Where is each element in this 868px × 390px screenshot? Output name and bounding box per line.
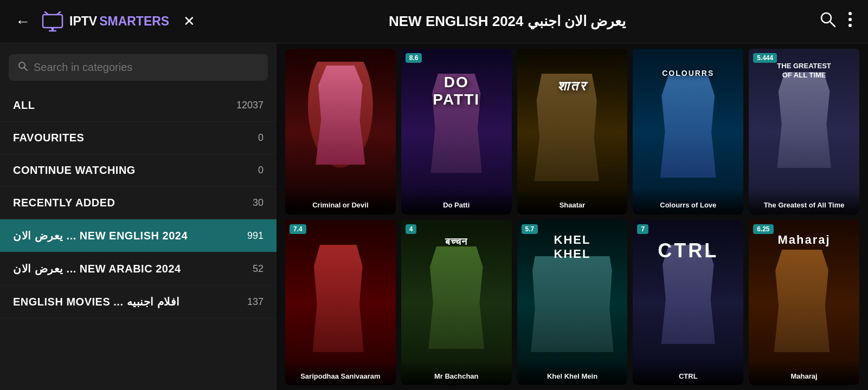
movie-card-mr-bachchan[interactable]: बच्चन 4 Mr Bachchan [401, 220, 512, 386]
page-title: يعرض الان اجنبي NEW ENGLISH 2024 [195, 13, 819, 30]
movie-card-shaatar[interactable]: शातर Shaatar [517, 49, 628, 214]
movie-title: CTRL [679, 372, 698, 380]
back-button[interactable]: ← [15, 13, 30, 30]
logo-iptv-text: IPTV [69, 14, 97, 29]
category-eng-movies-count: 137 [247, 296, 263, 308]
category-arabic-count: 52 [253, 263, 263, 275]
more-options-icon[interactable] [847, 11, 853, 32]
sidebar-item-recently-added[interactable]: RECENTLY ADDED 30 [0, 187, 277, 219]
movie-rating-badge: 7.4 [290, 224, 306, 234]
category-recent-label: RECENTLY ADDED [13, 197, 115, 209]
app-header: ← IPTV SMARTERS ✕ يعرض الان اجنبي NEW EN… [0, 0, 868, 43]
search-bar-icon [17, 61, 28, 74]
logo-smarters-text: SMARTERS [99, 14, 169, 29]
main-content: ALL 12037 FAVOURITES 0 CONTINUE WATCHING… [0, 43, 868, 390]
movie-card-khel-khel-mein[interactable]: KHELKHEL 5.7 Khel Khel Mein [517, 220, 628, 386]
category-eng-movies-label: ENGLISH MOVIES ... افلام اجنبيه [13, 295, 180, 308]
movie-card-ctrl[interactable]: CTRL 7 CTRL [633, 220, 743, 386]
movie-card-criminal-or-devil[interactable]: Criminal or Devil [285, 49, 396, 214]
movie-title: The Greatest of All Time [764, 201, 845, 209]
movie-title: Shaatar [560, 201, 586, 209]
movie-title-overlay: Maharaj [749, 360, 859, 386]
movie-rating-badge: 5.7 [522, 224, 538, 234]
movie-title: Do Patti [443, 201, 470, 209]
category-english-label: يعرض الان ... NEW ENGLISH 2024 [13, 229, 188, 242]
movies-grid: Criminal or Devil DOPATTI 8.6 Do Patti [285, 49, 859, 385]
sidebar-item-new-arabic-2024[interactable]: يعرض الان ... NEW ARABIC 2024 52 [0, 252, 277, 285]
sidebar-item-new-english-2024[interactable]: يعرض الان ... NEW ENGLISH 2024 991 [0, 219, 277, 252]
movie-title-overlay: Saripodhaa Sanivaaram [285, 360, 396, 386]
category-all-label: ALL [13, 99, 35, 112]
movie-card-maharaj[interactable]: Maharaj 6.25 Maharaj [749, 220, 859, 386]
movie-title-overlay: Shaatar [517, 189, 628, 214]
category-favourites-count: 0 [258, 132, 263, 144]
movie-rating-badge: 7 [637, 224, 648, 234]
movie-rating-badge: 8.6 [406, 53, 422, 63]
header-left: ← IPTV SMARTERS ✕ [15, 11, 195, 32]
movie-title: Saripodhaa Sanivaaram [300, 372, 380, 380]
svg-line-6 [830, 22, 835, 27]
movie-rating-badge: 5.444 [753, 53, 777, 63]
movie-title: Khel Khel Mein [547, 372, 597, 380]
search-input[interactable] [34, 61, 259, 74]
sidebar-item-continue-watching[interactable]: CONTINUE WATCHING 0 [0, 154, 277, 187]
sidebar-item-all[interactable]: ALL 12037 [0, 89, 277, 122]
header-actions [819, 11, 853, 32]
category-continue-label: CONTINUE WATCHING [13, 164, 136, 177]
movie-title-overlay: Khel Khel Mein [517, 360, 628, 386]
movie-title: Criminal or Devil [312, 201, 368, 209]
svg-point-8 [848, 18, 852, 21]
category-recent-count: 30 [253, 197, 263, 209]
category-arabic-label: يعرض الان ... NEW ARABIC 2024 [13, 262, 181, 275]
category-search-bar[interactable] [9, 54, 268, 81]
search-icon[interactable] [819, 11, 837, 32]
sidebar-item-english-movies[interactable]: ENGLISH MOVIES ... افلام اجنبيه 137 [0, 285, 277, 318]
movie-card-colourrs-love[interactable]: COLOURRS Colourrs of Love [633, 49, 743, 214]
movies-content: Criminal or Devil DOPATTI 8.6 Do Patti [277, 43, 868, 390]
movie-card-saripodhaa[interactable]: 7.4 Saripodhaa Sanivaaram [285, 220, 396, 386]
sidebar-item-favourites[interactable]: FAVOURITES 0 [0, 122, 277, 154]
logo: IPTV SMARTERS [40, 11, 169, 32]
movie-title-overlay: Criminal or Devil [285, 189, 396, 214]
movie-title-overlay: Mr Bachchan [401, 360, 512, 386]
logo-tv-icon [40, 11, 65, 32]
movie-title-overlay: CTRL [633, 360, 743, 386]
svg-point-9 [848, 24, 852, 27]
movie-rating-badge: 6.25 [753, 224, 773, 234]
category-english-count: 991 [247, 230, 263, 242]
category-favourites-label: FAVOURITES [13, 132, 84, 144]
movie-title-overlay: Do Patti [401, 189, 512, 214]
movie-title: Colourrs of Love [660, 201, 716, 209]
movie-title-overlay: Colourrs of Love [633, 189, 743, 214]
category-continue-count: 0 [258, 165, 263, 176]
close-button[interactable]: ✕ [183, 13, 195, 30]
movie-rating-badge: 4 [406, 224, 417, 234]
movie-title: Maharaj [791, 372, 818, 380]
svg-line-11 [24, 68, 28, 71]
category-all-count: 12037 [236, 100, 263, 111]
movie-card-greatest-all-time[interactable]: THE GREATESTOF ALL TIME 5.444 The Greate… [749, 49, 859, 214]
svg-rect-2 [43, 15, 62, 28]
movie-card-do-patti[interactable]: DOPATTI 8.6 Do Patti [401, 49, 512, 214]
sidebar: ALL 12037 FAVOURITES 0 CONTINUE WATCHING… [0, 43, 277, 390]
movie-title-overlay: The Greatest of All Time [749, 189, 859, 214]
svg-point-7 [848, 12, 852, 15]
movie-title: Mr Bachchan [434, 372, 479, 380]
